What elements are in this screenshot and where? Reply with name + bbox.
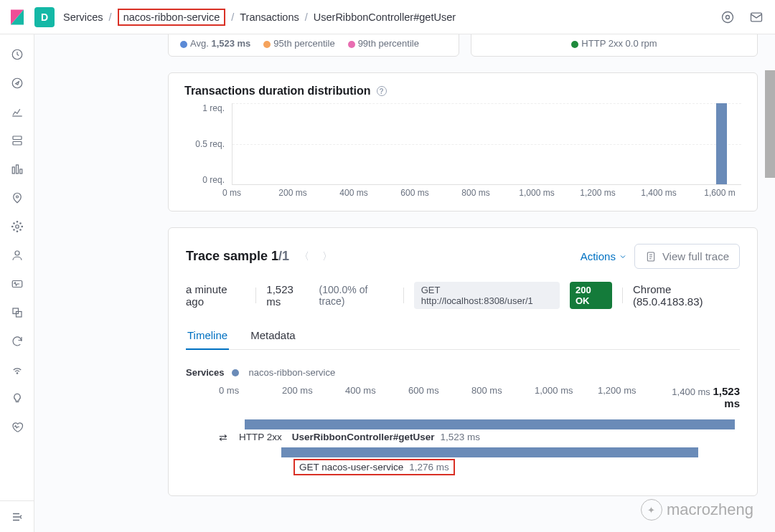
trace-status: 200 OK: [570, 282, 612, 309]
sidebar: [0, 34, 34, 532]
svg-point-0: [723, 11, 733, 22]
svg-rect-7: [12, 167, 14, 174]
distribution-panel: Transactions duration distribution ? 1 r…: [168, 72, 758, 212]
sidebar-gear-dots-icon[interactable]: [9, 218, 26, 235]
help-icon[interactable]: [718, 7, 738, 27]
trace-percent: (100.0% of trace): [319, 284, 393, 307]
svg-point-20: [15, 251, 19, 255]
trace-request: GET http://localhost:8308/user/1: [414, 282, 560, 309]
crumb-transaction-name[interactable]: UserRibbonController#getUser: [314, 11, 456, 23]
timeline-ticks: 0 ms 200 ms 400 ms 600 ms 800 ms 1,000 m…: [186, 385, 740, 409]
tab-metadata[interactable]: Metadata: [249, 322, 297, 349]
span-duration: 1,276 ms: [409, 462, 449, 472]
svg-rect-22: [13, 308, 19, 314]
crumb-transactions[interactable]: Transactions: [240, 11, 299, 23]
sidebar-refresh-icon[interactable]: [9, 333, 26, 350]
svg-point-11: [15, 225, 19, 229]
sidebar-recent-icon[interactable]: [9, 46, 26, 63]
scrollbar[interactable]: [765, 70, 775, 178]
crumb-sep: /: [305, 11, 308, 23]
mail-icon[interactable]: [746, 7, 766, 27]
services-label: Services: [186, 367, 225, 378]
svg-rect-9: [19, 169, 22, 174]
sidebar-metrics-icon[interactable]: [9, 161, 26, 178]
waterfall: ⇄ HTTP 2xx UserRibbonController#getUser …: [186, 419, 740, 475]
latency-legend: Avg. 1,523 ms 95th percentile 99th perce…: [168, 34, 459, 57]
svg-point-19: [19, 229, 21, 231]
span-name: UserRibbonController#getUser: [292, 432, 435, 442]
crumb-sep: /: [231, 11, 234, 23]
svg-point-13: [17, 231, 18, 232]
svg-rect-23: [16, 312, 22, 318]
svg-point-14: [11, 226, 13, 227]
transaction-icon: ⇄: [219, 432, 229, 443]
sidebar-wifi-icon[interactable]: [9, 361, 26, 379]
dist-title: Transactions duration distribution: [184, 85, 371, 98]
collapse-sidebar-button[interactable]: [0, 500, 34, 532]
svg-point-18: [13, 229, 14, 231]
svg-point-17: [19, 223, 21, 224]
span-bar[interactable]: [281, 447, 698, 457]
tab-timeline[interactable]: Timeline: [186, 322, 229, 350]
space-badge[interactable]: D: [34, 7, 55, 27]
svg-point-15: [22, 226, 23, 227]
prev-sample-button[interactable]: 〈: [296, 250, 312, 263]
sidebar-heart-icon[interactable]: [9, 419, 26, 436]
svg-point-4: [12, 78, 22, 88]
document-icon: [645, 251, 657, 262]
sidebar-compass-icon[interactable]: [9, 75, 26, 92]
span-name: GET nacos-user-service: [299, 462, 403, 472]
wechat-icon: ✦: [641, 499, 662, 521]
svg-point-10: [16, 196, 18, 198]
crumb-service-name[interactable]: nacos-ribbon-service: [123, 11, 220, 23]
sidebar-layers-icon[interactable]: [9, 304, 26, 321]
trace-tabs: Timeline Metadata: [186, 322, 740, 350]
distribution-chart: 1 req. 0.5 req. 0 req. 0 ms 200 ms 400 m…: [184, 103, 741, 204]
svg-point-1: [726, 15, 730, 19]
throughput-legend: HTTP 2xx 0.0 rpm: [471, 34, 758, 57]
watermark: ✦ macrozheng: [641, 499, 753, 521]
crumb-sep: /: [109, 11, 112, 23]
chevron-down-icon: [619, 252, 627, 261]
sidebar-pulse-icon[interactable]: [9, 275, 26, 293]
avg-label: Avg.: [190, 38, 209, 49]
trace-sample-panel: Trace sample 1/1 〈 〉 Actions View full t…: [168, 227, 758, 496]
svg-point-12: [17, 222, 18, 223]
svg-rect-5: [13, 136, 22, 140]
sidebar-bulb-icon[interactable]: [9, 390, 26, 407]
service-name: nacos-ribbon-service: [249, 367, 336, 378]
sidebar-db-icon[interactable]: [9, 132, 26, 149]
svg-rect-2: [751, 13, 762, 22]
span-duration: 1,523 ms: [441, 432, 481, 442]
service-dot-icon: [232, 369, 239, 376]
svg-rect-8: [16, 165, 18, 174]
span-bar[interactable]: [245, 419, 734, 429]
svg-rect-6: [13, 142, 22, 146]
svg-point-16: [13, 223, 14, 224]
trace-duration: 1,523 ms: [266, 283, 309, 308]
actions-dropdown[interactable]: Actions: [581, 250, 627, 262]
sidebar-location-icon[interactable]: [9, 189, 26, 206]
dist-bar[interactable]: [716, 103, 728, 184]
sidebar-user-icon[interactable]: [9, 247, 26, 264]
crumb-services[interactable]: Services: [63, 11, 103, 23]
sidebar-chart-icon[interactable]: [9, 103, 26, 120]
view-full-trace-button[interactable]: View full trace: [634, 244, 740, 269]
svg-point-24: [17, 373, 18, 374]
main-content: Avg. 1,523 ms 95th percentile 99th perce…: [34, 34, 775, 532]
topbar: D Services / nacos-ribbon-service / Tran…: [0, 0, 775, 34]
trace-timestamp: a minute ago: [186, 283, 245, 308]
kibana-logo: [9, 9, 26, 26]
collapse-icon: [11, 510, 24, 523]
help-icon[interactable]: ?: [377, 86, 387, 96]
breadcrumb: Services / nacos-ribbon-service / Transa…: [63, 9, 456, 26]
trace-user-agent: Chrome (85.0.4183.83): [633, 283, 740, 308]
next-sample-button[interactable]: 〉: [319, 250, 335, 263]
span-badge: HTTP 2xx: [235, 431, 286, 443]
